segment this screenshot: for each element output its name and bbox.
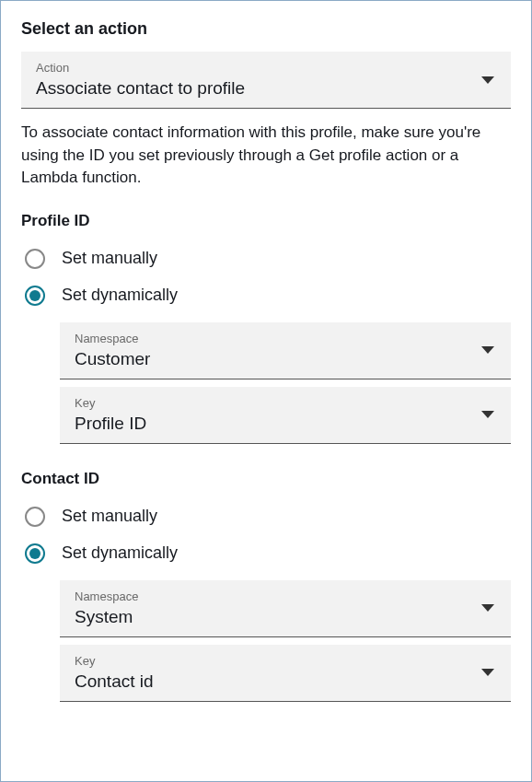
contact-id-radio-dynamic[interactable]: Set dynamically	[21, 543, 511, 564]
radio-unchecked-icon	[25, 249, 45, 269]
radio-label: Set dynamically	[62, 286, 178, 305]
dropdown-label: Namespace	[75, 589, 496, 603]
contact-id-key-dropdown[interactable]: Key Contact id	[60, 645, 511, 702]
action-dropdown-label: Action	[36, 61, 496, 75]
contact-id-title: Contact ID	[21, 470, 511, 488]
profile-id-dynamic-fields: Namespace Customer Key Profile ID	[60, 322, 511, 444]
page-title: Select an action	[21, 19, 511, 39]
dropdown-label: Key	[75, 654, 496, 668]
radio-checked-icon	[25, 286, 45, 306]
action-dropdown[interactable]: Action Associate contact to profile	[21, 52, 511, 109]
profile-id-title: Profile ID	[21, 212, 511, 230]
dropdown-value: System	[75, 607, 496, 627]
profile-id-radio-manual[interactable]: Set manually	[21, 249, 511, 269]
contact-id-namespace-dropdown[interactable]: Namespace System	[60, 580, 511, 637]
radio-label: Set manually	[62, 507, 157, 526]
dropdown-label: Key	[75, 396, 496, 410]
dropdown-value: Profile ID	[75, 414, 496, 434]
chevron-down-icon	[481, 346, 494, 354]
contact-id-dynamic-fields: Namespace System Key Contact id	[60, 580, 511, 702]
contact-id-radio-manual[interactable]: Set manually	[21, 507, 511, 527]
chevron-down-icon	[481, 411, 494, 418]
dropdown-value: Customer	[75, 349, 496, 369]
profile-id-section: Profile ID Set manually Set dynamically …	[21, 212, 511, 444]
action-dropdown-value: Associate contact to profile	[36, 78, 496, 99]
profile-id-radio-dynamic[interactable]: Set dynamically	[21, 286, 511, 306]
help-text: To associate contact information with th…	[21, 122, 511, 190]
profile-id-namespace-dropdown[interactable]: Namespace Customer	[60, 322, 511, 379]
chevron-down-icon	[481, 76, 494, 84]
chevron-down-icon	[481, 604, 494, 612]
radio-label: Set manually	[62, 249, 157, 268]
radio-unchecked-icon	[25, 507, 45, 527]
chevron-down-icon	[481, 669, 494, 676]
radio-label: Set dynamically	[62, 543, 178, 563]
profile-id-key-dropdown[interactable]: Key Profile ID	[60, 387, 511, 444]
contact-id-section: Contact ID Set manually Set dynamically …	[21, 470, 511, 702]
dropdown-label: Namespace	[75, 332, 496, 345]
dropdown-value: Contact id	[75, 671, 496, 692]
radio-checked-icon	[25, 543, 45, 564]
